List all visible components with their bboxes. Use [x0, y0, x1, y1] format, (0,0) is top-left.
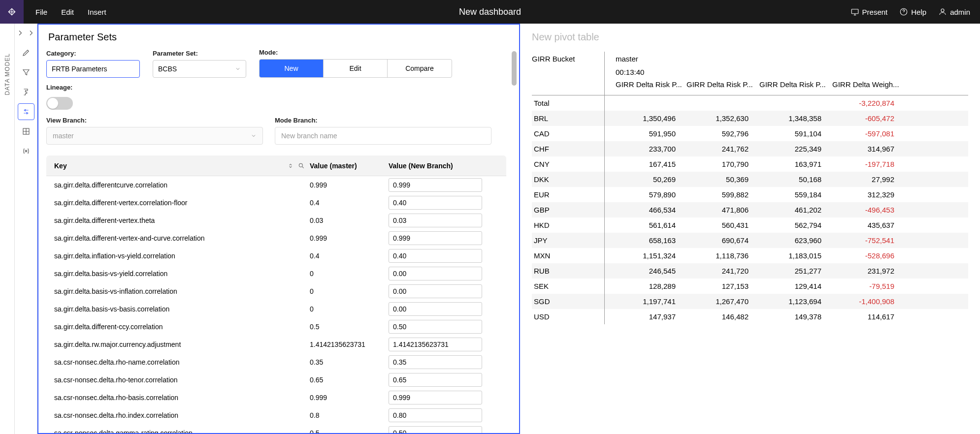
chevron-expand-icon[interactable]	[16, 29, 25, 37]
pivot-col-2[interactable]: GIRR Delta Risk P...	[683, 80, 755, 95]
pivot-row: SEK128,289127,153129,414-79,519	[532, 279, 968, 294]
table-row: sa.girr.delta.different-ccy.correlation0…	[46, 318, 506, 336]
param-new-input[interactable]	[389, 196, 482, 210]
pivot-bucket[interactable]: GBP	[532, 202, 605, 217]
mode-edit-button[interactable]: Edit	[324, 60, 388, 77]
mode-branch-input[interactable]	[275, 127, 491, 145]
pivot-col-4[interactable]: GIRR Delta Weigh...	[828, 80, 901, 95]
pivot-bucket[interactable]: CHF	[532, 141, 605, 156]
param-new-input[interactable]	[389, 284, 482, 298]
pivot-value: 435,637	[828, 221, 901, 229]
pivot-value: -197,718	[828, 160, 901, 168]
param-new-input[interactable]	[389, 302, 482, 316]
pivot-row: CHF233,700241,762225,349314,967	[532, 141, 968, 156]
right-panel: New pivot table GIRR Bucket master 00:13…	[520, 24, 980, 434]
col-key-header[interactable]: Key	[54, 162, 67, 170]
pivot-value: -597,081	[828, 129, 901, 138]
paramset-value: BCBS	[158, 65, 177, 73]
rail-filter[interactable]	[18, 64, 34, 81]
mode-new-button[interactable]: New	[260, 60, 324, 77]
pivot-bucket[interactable]: MXN	[532, 248, 605, 263]
param-new-input[interactable]	[389, 426, 482, 433]
user-button[interactable]: admin	[938, 7, 970, 16]
rail-variable[interactable]	[18, 143, 34, 159]
pivot-bucket[interactable]: CAD	[532, 126, 605, 141]
pivot-bucket[interactable]: Total	[532, 95, 605, 111]
rail-pencil[interactable]	[18, 44, 34, 61]
param-new-input[interactable]	[389, 373, 482, 387]
category-select[interactable]: FRTB Parameters	[46, 60, 140, 78]
param-new-input[interactable]	[389, 231, 482, 245]
pivot-bucket[interactable]: JPY	[532, 233, 605, 248]
pivot-value: 1,267,470	[683, 297, 755, 306]
param-key: sa.csr-nonsec.delta.rho-tenor.correlatio…	[46, 376, 310, 384]
pivot-col-1[interactable]: GIRR Delta Risk P...	[605, 80, 683, 95]
pivot-col-3[interactable]: GIRR Delta Risk P...	[755, 80, 828, 95]
pivot-value: 471,806	[683, 206, 755, 214]
col-new-header[interactable]: Value (New Branch)	[389, 162, 487, 170]
menu-insert[interactable]: Insert	[88, 8, 106, 16]
pivot-bucket[interactable]: SGD	[532, 294, 605, 309]
table-row: sa.girr.delta.inflation-vs-yield.correla…	[46, 247, 506, 265]
pivot-bucket[interactable]: USD	[532, 309, 605, 324]
menu-edit[interactable]: Edit	[61, 8, 74, 16]
param-new-input[interactable]	[389, 338, 482, 351]
pivot-bucket[interactable]: RUB	[532, 263, 605, 279]
mode-segmented: New Edit Compare	[259, 59, 452, 78]
pivot-row: GBP466,534471,806461,202-496,453	[532, 202, 968, 217]
param-new-input[interactable]	[389, 320, 482, 334]
col-master-header[interactable]: Value (master)	[310, 162, 389, 170]
category-label: Category:	[46, 50, 140, 57]
dashboard-title[interactable]: New dashboard	[459, 7, 521, 17]
view-branch-label: View Branch:	[46, 117, 263, 124]
pivot-bucket[interactable]: EUR	[532, 187, 605, 202]
pivot-bucket[interactable]: HKD	[532, 217, 605, 233]
pivot-bucket[interactable]: BRL	[532, 111, 605, 126]
sort-icon[interactable]	[287, 162, 294, 169]
param-key: sa.girr.delta.different-ccy.correlation	[46, 323, 310, 331]
menu-file[interactable]: File	[35, 8, 47, 16]
pivot-value: 562,794	[755, 221, 828, 229]
pivot-value: -79,519	[828, 282, 901, 290]
pivot-value: 623,960	[755, 236, 828, 245]
param-key: sa.csr-nonsec.delta.rho-basis.correlatio…	[46, 394, 310, 402]
left-panel: Parameter Sets Category: FRTB Parameters…	[37, 24, 520, 434]
app-logo[interactable]	[0, 0, 24, 24]
rail-format[interactable]	[18, 84, 34, 100]
help-button[interactable]: Help	[899, 7, 926, 16]
pivot-title[interactable]: New pivot table	[532, 31, 968, 43]
pivot-bucket-header[interactable]: GIRR Bucket	[532, 52, 604, 66]
chevron-expand2-icon[interactable]	[27, 29, 36, 37]
filter-icon	[22, 68, 31, 77]
param-new-input[interactable]	[389, 178, 482, 192]
panel-scrollbar[interactable]	[510, 49, 518, 432]
svg-point-2	[941, 9, 944, 12]
pivot-bucket[interactable]: DKK	[532, 172, 605, 187]
rail-sliders[interactable]	[18, 103, 34, 120]
param-new-input[interactable]	[389, 355, 482, 369]
present-label: Present	[862, 8, 888, 16]
pivot-value: 246,545	[605, 267, 683, 275]
param-new-input[interactable]	[389, 408, 482, 422]
present-button[interactable]: Present	[850, 7, 888, 16]
help-label: Help	[911, 8, 926, 16]
rail-label-text: DATA MODEL	[4, 53, 11, 95]
lineage-toggle[interactable]	[46, 97, 73, 110]
search-icon[interactable]	[298, 162, 305, 169]
paramset-select[interactable]: BCBS	[153, 60, 246, 78]
param-new-input[interactable]	[389, 267, 482, 280]
mode-compare-button[interactable]: Compare	[388, 60, 452, 77]
pivot-master-header[interactable]: master	[616, 52, 644, 66]
param-master-value: 0.999	[310, 181, 389, 189]
pivot-value: 251,277	[755, 267, 828, 275]
param-new-input[interactable]	[389, 249, 482, 263]
param-new-input[interactable]	[389, 391, 482, 404]
rail-grid[interactable]	[18, 123, 34, 140]
pivot-bucket[interactable]: SEK	[532, 279, 605, 294]
table-row: sa.girr.delta.basis-vs-yield.correlation…	[46, 265, 506, 282]
pivot-row: SGD1,197,7411,267,4701,123,694-1,400,908	[532, 294, 968, 309]
view-branch-select[interactable]: master	[46, 127, 263, 145]
param-new-input[interactable]	[389, 214, 482, 227]
pivot-bucket[interactable]: CNY	[532, 156, 605, 172]
param-key: sa.girr.delta.basis-vs-yield.correlation	[46, 270, 310, 278]
